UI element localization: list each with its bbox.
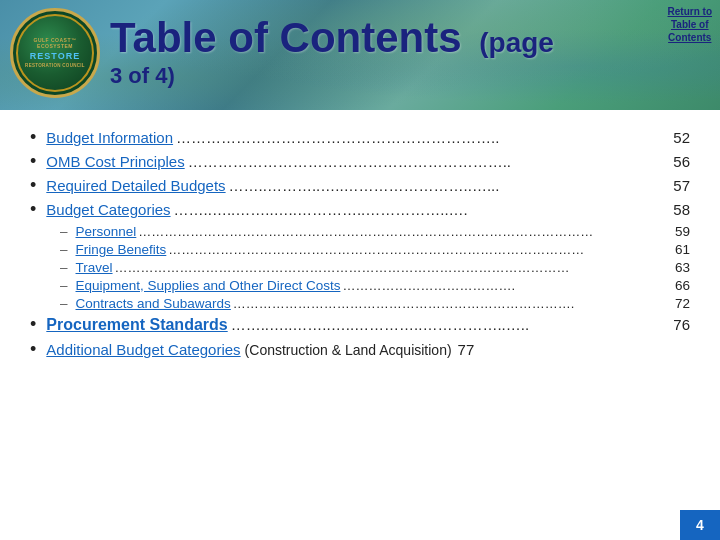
sub-item-contracts: – Contracts and Subawards ………………………………………: [60, 296, 690, 311]
logo-text-top: GULF COAST™ ECOSYSTEM: [18, 37, 92, 49]
sub-dots-1: ……………………………………………………………………………………………: [136, 224, 672, 239]
sub-link-travel[interactable]: Travel: [76, 260, 113, 275]
logo: GULF COAST™ ECOSYSTEM RESTORE RESTORATIO…: [10, 8, 100, 98]
logo-inner: GULF COAST™ ECOSYSTEM RESTORE RESTORATIO…: [16, 14, 94, 92]
toc-link-procurement[interactable]: Procurement Standards: [46, 316, 227, 334]
toc-page-4: 58: [673, 201, 690, 218]
toc-dots-1: ………………………………………………………..: [173, 129, 669, 146]
footer-page-number: 4: [696, 517, 704, 533]
toc-item-additional: • Additional Budget Categories (Construc…: [30, 340, 690, 358]
sub-item-fringe: – Fringe Benefits ……………………………………………………………: [60, 242, 690, 257]
toc-main-list: • Budget Information ……………………………………………………: [30, 128, 690, 218]
sub-page-4: 66: [675, 278, 690, 293]
page-subtitle: 3 of 4): [110, 63, 630, 89]
toc-item-omb: • OMB Cost Principles …………………………………………………: [30, 152, 690, 170]
sub-page-5: 72: [675, 296, 690, 311]
bullet-icon: •: [30, 340, 36, 358]
toc-link-budget-information[interactable]: Budget Information: [46, 129, 173, 146]
sub-dash-icon: –: [60, 260, 68, 275]
return-to-toc-link[interactable]: Return to Table of Contents: [668, 5, 712, 44]
sub-link-contracts[interactable]: Contracts and Subawards: [76, 296, 231, 311]
sub-item-personnel: – Personnel ……………………………………………………………………………: [60, 224, 690, 239]
toc-link-budget-categories[interactable]: Budget Categories: [46, 201, 170, 218]
sub-dash-icon: –: [60, 296, 68, 311]
page-footer: 4: [680, 510, 720, 540]
toc-item-required-budgets: • Required Detailed Budgets ……..………..…..…: [30, 176, 690, 194]
sub-link-personnel[interactable]: Personnel: [76, 224, 137, 239]
sub-dots-5: …………………………………………………………………….: [231, 296, 672, 311]
sub-dots-2: ……………………………………………………………………………………: [166, 242, 672, 257]
toc-page-1: 52: [673, 129, 690, 146]
toc-link-additional[interactable]: Additional Budget Categories: [46, 341, 240, 358]
toc-link-omb[interactable]: OMB Cost Principles: [46, 153, 184, 170]
bullet-icon: •: [30, 152, 36, 170]
additional-normal-text: (Construction & Land Acquisition): [245, 342, 452, 358]
sub-dots-4: ………………………………….: [340, 278, 672, 293]
bullet-icon: •: [30, 200, 36, 218]
sub-page-1: 59: [675, 224, 690, 239]
title-area: Table of Contents (page 3 of 4): [110, 15, 630, 89]
bullet-icon: •: [30, 176, 36, 194]
content-area: • Budget Information ……………………………………………………: [0, 110, 720, 374]
sub-link-equipment[interactable]: Equipment, Supplies and Other Direct Cos…: [76, 278, 341, 293]
bullet-icon: •: [30, 128, 36, 146]
toc-lower-list: • Procurement Standards ……..…..……..…..………: [30, 315, 690, 358]
sub-dash-icon: –: [60, 242, 68, 257]
bullet-icon: •: [30, 315, 36, 333]
sub-dash-icon: –: [60, 224, 68, 239]
toc-link-required-budgets[interactable]: Required Detailed Budgets: [46, 177, 225, 194]
toc-dots-procurement: ……..…..……..…..…………..……………..…..: [228, 316, 670, 333]
toc-item-procurement: • Procurement Standards ……..…..……..…..………: [30, 315, 690, 334]
toc-page-procurement: 76: [673, 316, 690, 333]
sub-link-fringe[interactable]: Fringe Benefits: [76, 242, 167, 257]
toc-page-3: 57: [673, 177, 690, 194]
toc-sub-list: – Personnel ……………………………………………………………………………: [60, 224, 690, 311]
toc-page-additional: 77: [458, 341, 475, 358]
sub-dash-icon: –: [60, 278, 68, 293]
sub-item-equipment: – Equipment, Supplies and Other Direct C…: [60, 278, 690, 293]
logo-text-bottom: RESTORATION COUNCIL: [25, 63, 85, 69]
toc-dots-4: ……..…..……..…..…………..……………..….: [171, 201, 670, 218]
header: GULF COAST™ ECOSYSTEM RESTORE RESTORATIO…: [0, 0, 720, 110]
toc-item-budget-information: • Budget Information ……………………………………………………: [30, 128, 690, 146]
toc-page-2: 56: [673, 153, 690, 170]
logo-restore-text: RESTORE: [30, 51, 80, 61]
sub-page-3: 63: [675, 260, 690, 275]
toc-dots-2: ………………………………………………………..: [185, 153, 670, 170]
page-title: Table of Contents (page: [110, 15, 630, 61]
sub-page-2: 61: [675, 242, 690, 257]
toc-item-budget-categories: • Budget Categories ……..…..……..…..…………..…: [30, 200, 690, 218]
sub-dots-3: ……………………………………………………………………………………………: [113, 260, 672, 275]
toc-dots-3: ……..………..…..……………………..…...: [226, 177, 670, 194]
sub-item-travel: – Travel ……………………………………………………………………………………: [60, 260, 690, 275]
